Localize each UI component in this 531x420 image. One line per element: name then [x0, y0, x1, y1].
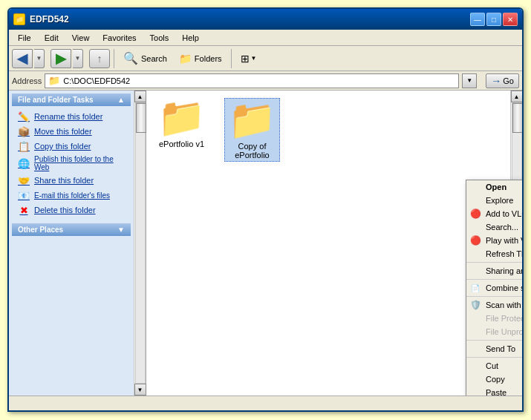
menu-tools[interactable]: Tools: [144, 32, 175, 44]
back-dropdown[interactable]: ▼: [34, 49, 45, 68]
ctx-vlc-play[interactable]: 🔴 Play with VLC media player: [466, 234, 522, 247]
views-button[interactable]: ⊞ ▼: [235, 50, 262, 67]
ctx-sendto[interactable]: Send To ▶: [466, 342, 522, 355]
address-dropdown[interactable]: ▼: [462, 73, 477, 88]
other-places-expand-icon: ▼: [117, 226, 125, 234]
ctx-acrobat[interactable]: 📄 Combine supported files in Acrobat...: [466, 281, 522, 295]
ctx-file-unprotect-label: File Unprotection: [486, 327, 522, 336]
acrobat-icon: 📄: [469, 282, 481, 294]
share-folder-item[interactable]: 🤝 Share this folder: [15, 173, 128, 188]
status-bar: [9, 396, 522, 410]
menu-bar: File Edit View Favorites Tools Help: [9, 30, 522, 46]
address-folder-icon: 📁: [48, 75, 60, 86]
file-area: 📁 ePortfolio v1 📁 Copy of ePortfolio Ope…: [146, 91, 510, 396]
ctx-refresh-thumb[interactable]: Refresh Thumbnail: [466, 247, 522, 260]
menu-file[interactable]: File: [12, 32, 37, 44]
ctx-cut[interactable]: Cut: [466, 359, 522, 373]
ctx-paste-label: Paste: [486, 388, 506, 396]
go-button[interactable]: → Go: [486, 73, 519, 88]
menu-favorites[interactable]: Favorites: [97, 32, 142, 44]
ctx-acrobat-label: Combine supported files in Acrobat...: [486, 283, 522, 292]
copy-icon: 📋: [18, 140, 30, 152]
close-button[interactable]: ✕: [503, 13, 518, 26]
forward-dropdown[interactable]: ▼: [73, 49, 83, 68]
search-icon: 🔍: [123, 51, 138, 65]
ctx-vlc-add[interactable]: 🔴 Add to VLC media player's Playlist: [466, 207, 522, 220]
ctx-cut-label: Cut: [486, 361, 498, 370]
ctx-open-label: Open: [486, 183, 506, 191]
panel-scroll-up[interactable]: ▲: [134, 91, 146, 102]
minimize-button[interactable]: —: [470, 13, 485, 26]
address-label: Address: [12, 76, 42, 85]
ctx-avg-label: Scan with AVG Free: [486, 301, 522, 309]
rename-label: Rename this folder: [34, 112, 102, 121]
ctx-sep-3: [466, 296, 522, 297]
folders-label: Folders: [195, 54, 222, 63]
ctx-sharing[interactable]: Sharing and Security...: [466, 264, 522, 278]
ctx-sep-4: [466, 340, 522, 341]
title-bar: 📁 EDFD542 — □ ✕: [9, 9, 522, 30]
delete-label: Delete this folder: [34, 206, 96, 214]
ctx-sep-2: [466, 279, 522, 280]
move-label: Move this folder: [34, 127, 92, 136]
left-panel: File and Folder Tasks ▲ ✏️ Rename this f…: [9, 91, 146, 396]
vlc-play-icon: 🔴: [469, 234, 481, 246]
context-menu: Open Explore 🔴 Add to VLC media player's…: [466, 180, 522, 396]
menu-help[interactable]: Help: [176, 32, 205, 44]
search-button[interactable]: 🔍 Search: [118, 49, 172, 68]
back-button[interactable]: ◀: [12, 49, 33, 68]
go-arrow-icon: →: [491, 75, 501, 87]
email-folder-item[interactable]: 📧 E-mail this folder's files: [15, 188, 128, 203]
copy-folder-item[interactable]: 📋 Copy this folder: [15, 139, 128, 154]
toolbar-separator-2: [231, 49, 232, 68]
other-places-header[interactable]: Other Places ▼: [12, 223, 131, 236]
views-icon: ⊞: [241, 53, 250, 65]
ctx-file-unprotect: File Unprotection: [466, 325, 522, 338]
folder-label-2: Copy of ePortfolio: [227, 142, 278, 160]
delete-folder-item[interactable]: ✖ Delete this folder: [15, 203, 128, 217]
address-bar: Address 📁 C:\DOC\EDFD542 ▼ → Go: [9, 71, 522, 91]
forward-button[interactable]: ▶: [51, 49, 71, 68]
file-scroll-up[interactable]: ▲: [511, 91, 523, 102]
ctx-copy[interactable]: Copy: [466, 373, 522, 386]
window-title: EDFD542: [30, 14, 466, 24]
address-input[interactable]: 📁 C:\DOC\EDFD542: [45, 73, 459, 88]
ctx-vlc-play-label: Play with VLC media player: [486, 236, 522, 245]
panel-scroll-thumb[interactable]: [136, 103, 146, 133]
menu-view[interactable]: View: [66, 32, 96, 44]
file-area-wrapper: 📁 ePortfolio v1 📁 Copy of ePortfolio Ope…: [146, 91, 522, 396]
vlc-icon: 🔴: [469, 208, 481, 220]
ctx-open[interactable]: Open: [466, 180, 522, 194]
tasks-section: File and Folder Tasks ▲ ✏️ Rename this f…: [12, 93, 131, 220]
file-scroll-thumb[interactable]: [512, 103, 523, 133]
publish-folder-item[interactable]: 🌐 Publish this folder to the Web: [15, 154, 128, 173]
toolbar: ◀ ▼ ▶ ▼ ↑ 🔍 Search 📁 Folders ⊞ ▼: [9, 46, 522, 71]
folder-item-1[interactable]: 📁 ePortfolio v1: [154, 98, 209, 148]
toolbar-separator-1: [114, 49, 114, 68]
ctx-search[interactable]: Search...: [466, 220, 522, 234]
ctx-copy-label: Copy: [486, 375, 505, 384]
tasks-header[interactable]: File and Folder Tasks ▲: [12, 93, 131, 106]
maximize-button[interactable]: □: [486, 13, 501, 26]
move-folder-item[interactable]: 📦 Move this folder: [15, 124, 128, 139]
tasks-collapse-icon: ▲: [117, 96, 125, 104]
ctx-explore[interactable]: Explore: [466, 194, 522, 207]
avg-icon: 🛡️: [469, 299, 481, 311]
folder-item-2[interactable]: 📁 Copy of ePortfolio: [224, 98, 280, 162]
ctx-sep-1: [466, 262, 522, 263]
ctx-avg[interactable]: 🛡️ Scan with AVG Free: [466, 298, 522, 312]
move-icon: 📦: [18, 125, 30, 137]
rename-folder-item[interactable]: ✏️ Rename this folder: [15, 109, 128, 124]
menu-edit[interactable]: Edit: [39, 32, 65, 44]
publish-icon: 🌐: [18, 157, 30, 169]
ctx-file-protect-label: File Protection: [486, 314, 522, 323]
up-button[interactable]: ↑: [89, 49, 110, 68]
panel-scroll-track[interactable]: [135, 102, 146, 384]
ctx-paste[interactable]: Paste: [466, 386, 522, 396]
folders-button[interactable]: 📁 Folders: [174, 50, 227, 67]
panel-scrollbar[interactable]: ▲ ▼: [134, 91, 146, 396]
panel-scroll-down[interactable]: ▼: [134, 384, 146, 396]
other-places-section: Other Places ▼: [12, 223, 131, 236]
tasks-items: ✏️ Rename this folder 📦 Move this folder…: [12, 106, 131, 220]
go-label: Go: [503, 76, 514, 85]
